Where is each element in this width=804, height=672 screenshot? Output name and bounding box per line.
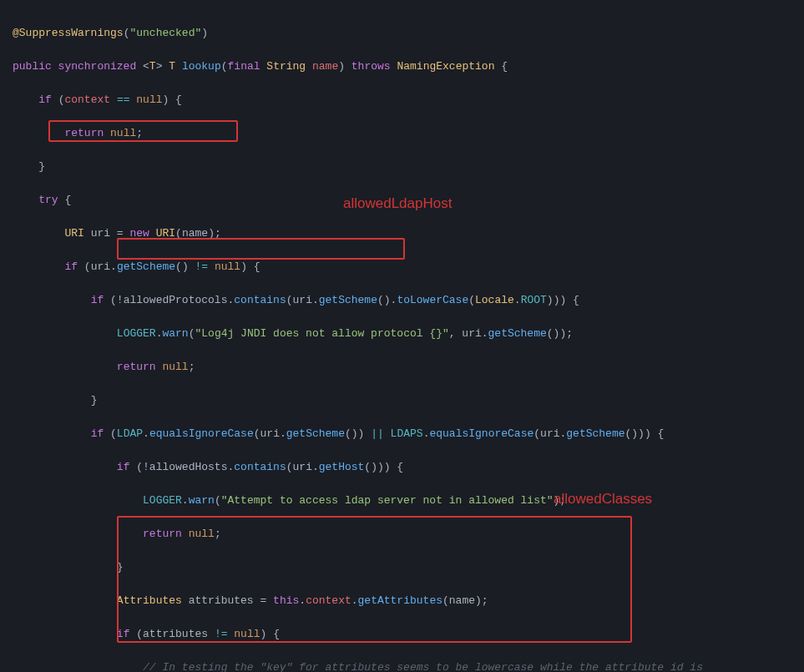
var: uri (293, 461, 312, 473)
code-block: @SuppressWarnings("unchecked") public sy… (0, 0, 804, 672)
kw: new (129, 227, 149, 240)
const: LDAPS (391, 427, 423, 440)
kw: if (117, 461, 130, 473)
method: getScheme (117, 260, 175, 273)
var: allowedHosts (149, 461, 228, 473)
param: name (312, 60, 338, 73)
comment: // In testing the "key" for attributes s… (143, 661, 703, 672)
annotation: @SuppressWarnings (13, 27, 124, 39)
method: getScheme (286, 427, 345, 440)
const: Locale (475, 294, 514, 306)
type: Attributes (117, 594, 182, 607)
null: null (189, 528, 215, 540)
method: getScheme (566, 427, 624, 440)
op: || (371, 427, 384, 440)
method: equalsIgnoreCase (429, 427, 533, 440)
const: LOGGER (143, 494, 182, 507)
kw: return (143, 528, 182, 540)
method: getHost (319, 461, 365, 473)
kw: if (91, 427, 104, 440)
type: NamingException (397, 60, 494, 73)
null: null (110, 127, 136, 139)
var: attributes (143, 628, 208, 640)
kw: if (91, 294, 104, 306)
method: getAttributes (358, 594, 442, 607)
method: contains (234, 461, 286, 473)
method: equalsIgnoreCase (149, 427, 254, 440)
type: String (266, 60, 306, 73)
kw: public synchronized (13, 60, 136, 73)
null: null (234, 628, 260, 640)
kw: if (38, 93, 52, 106)
var: context (64, 93, 110, 106)
string: "Log4j JNDI does not allow protocol {}" (195, 327, 448, 340)
op: == (117, 93, 130, 106)
kw: if (64, 260, 78, 273)
const: ROOT (521, 294, 547, 306)
arg: name (182, 227, 208, 240)
type: URI (156, 227, 175, 240)
method: contains (234, 294, 286, 306)
null: null (215, 260, 240, 273)
string: "Attempt to access ldap server not in al… (221, 494, 554, 507)
kw: if (117, 628, 130, 640)
kw: return (117, 361, 156, 373)
method: warn (162, 327, 188, 340)
var: allowedProtocols (124, 294, 228, 306)
this: this (273, 594, 299, 607)
var: uri (462, 327, 481, 340)
var: uri (91, 260, 110, 273)
op: != (215, 628, 228, 640)
kw: return (64, 127, 104, 139)
arg: name (449, 594, 475, 607)
op: != (195, 260, 209, 273)
const: LDAP (117, 427, 143, 440)
var: uri (540, 427, 559, 440)
null: null (162, 361, 188, 373)
var: uri (91, 227, 110, 240)
null: null (136, 93, 162, 106)
method: getScheme (488, 327, 547, 340)
var: uri (260, 427, 280, 440)
kw: try (38, 194, 58, 206)
method: warn (189, 494, 215, 507)
field: context (306, 594, 351, 607)
method: getScheme (319, 294, 377, 306)
annotation-arg: "unchecked" (129, 27, 201, 39)
const: LOGGER (117, 327, 156, 340)
method: toLowerCase (397, 294, 468, 306)
kw: throws (351, 60, 391, 73)
kw: final (228, 60, 260, 73)
var: attributes (189, 594, 254, 607)
type: URI (64, 227, 83, 240)
method-name: lookup (182, 60, 221, 73)
var: uri (293, 294, 312, 306)
